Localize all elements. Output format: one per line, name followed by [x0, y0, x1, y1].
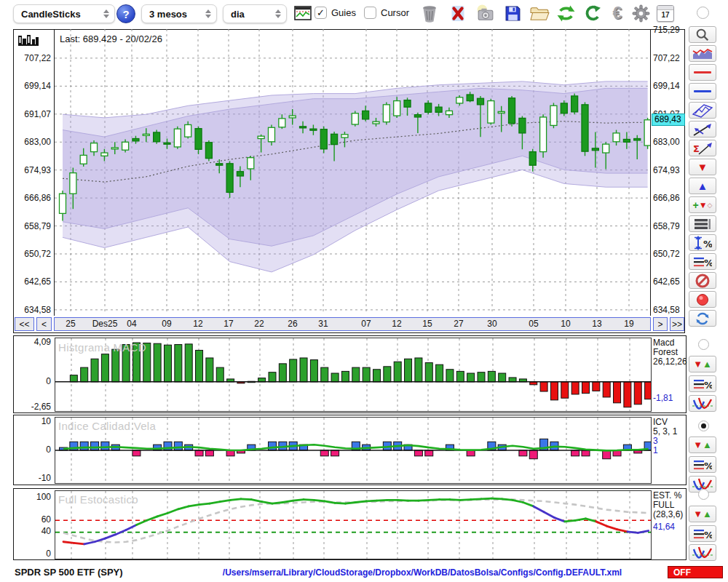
window-radio-button[interactable] [697, 7, 709, 19]
main-candlestick-plot[interactable] [55, 29, 650, 314]
guies-checkbox-row: ✓ Guies [314, 7, 356, 19]
settings-gear-icon[interactable] [629, 2, 652, 24]
macd-info-line: 26,12,26 [653, 357, 687, 367]
stoch-curve-button[interactable] [689, 544, 716, 561]
cursor-checkbox[interactable] [364, 7, 376, 19]
scroll-back-button[interactable]: < [36, 317, 52, 331]
date-tick-label: 17 [213, 319, 245, 329]
mini-chart-window-icon[interactable] [291, 2, 314, 24]
off-toggle[interactable]: OFF [668, 566, 723, 578]
last-price-label: Last: 689.429 - 20/02/26 [60, 33, 162, 44]
chart-type-select[interactable]: CandleSticks [13, 4, 115, 23]
lines-percent-tool-button[interactable]: % [689, 253, 716, 270]
axis-tick-label: 699,14 [15, 81, 51, 91]
axis-tick-label: 707,22 [15, 53, 51, 63]
icv-watermark: Indice Calidad Vela [58, 420, 156, 432]
scroll-fast-fwd-button[interactable]: >> [670, 317, 684, 331]
axis-tick-label: 642,65 [15, 276, 51, 287]
axis-tick-label: 634,58 [15, 305, 51, 315]
icv-info-column: ICV 5, 3, 1 3 1 [653, 418, 687, 455]
icv-signal-arrows-button[interactable]: ▼ ▲ [689, 436, 716, 453]
blue-hline-tool-button[interactable] [689, 83, 716, 100]
swap-tool-button[interactable] [689, 310, 716, 327]
config-path-label: /Users/mserra/Library/CloudStorage/Dropb… [182, 567, 662, 578]
red-down-arrow-icon: ▼ [693, 439, 703, 450]
euro-icon[interactable]: € [606, 2, 629, 24]
help-label: ? [122, 8, 129, 20]
icv-panel-radio[interactable] [698, 420, 709, 431]
macd-watermark: Histgrama MACD [58, 341, 146, 354]
date-tick-label: 27 [443, 319, 475, 329]
axis-tick-label: 650,72 [653, 249, 689, 259]
icv-lines-percent-button[interactable]: % [689, 456, 716, 473]
red-down-arrow-icon: ▼ [697, 161, 708, 173]
save-icon[interactable] [501, 2, 524, 24]
axis-tick-label: 100 [15, 492, 51, 502]
guies-checkbox[interactable]: ✓ [314, 7, 327, 19]
date-tick-label: 25 [55, 319, 87, 329]
indicator-chart-button[interactable] [689, 45, 716, 62]
period-select[interactable]: 3 mesos [141, 4, 217, 23]
cursor-checkbox-row: Cursor [364, 7, 409, 19]
date-tick-label: 31 [307, 319, 339, 329]
radio-dot [701, 423, 706, 428]
stoch-lines-percent-button[interactable]: % [689, 525, 716, 542]
axis-tick-label: 634,58 [653, 305, 689, 315]
red-down-arrow-icon: ▼ [693, 509, 703, 519]
macd-lines-percent-button[interactable]: % [689, 375, 716, 392]
vertical-percent-tool-button[interactable]: % [689, 234, 716, 251]
scroll-fast-back-button[interactable]: << [15, 317, 34, 331]
open-folder-icon[interactable] [528, 2, 551, 24]
macd-curve-button[interactable] [689, 395, 716, 412]
sell-arrow-tool-button[interactable]: ▼ [689, 159, 716, 175]
date-tick-label: 13 [581, 319, 613, 329]
calendar-icon[interactable]: 17 [654, 2, 677, 24]
trash-icon[interactable] [418, 2, 441, 24]
undo-icon[interactable] [580, 2, 604, 24]
trendline-tool-button[interactable] [689, 121, 716, 137]
buy-arrow-tool-button[interactable]: ▲ [689, 178, 716, 194]
add-signal-tool-button[interactable]: + ▼ ◇ [689, 196, 716, 213]
diamond-icon: ◇ [708, 202, 713, 209]
rows-tool-button[interactable] [689, 215, 716, 232]
date-tick-label: 05 [518, 319, 550, 329]
sigma-trendline-tool-button[interactable]: Σ [689, 140, 716, 156]
macd-panel-radio[interactable] [698, 339, 709, 350]
axis-tick-label: 10 [15, 416, 51, 426]
help-button[interactable]: ? [116, 4, 135, 23]
date-tick-label: 22 [243, 319, 275, 329]
macd-signal-arrows-button[interactable]: ▼ ▲ [689, 356, 716, 372]
date-tick-label: 10 [550, 319, 582, 329]
record-tool-button[interactable] [689, 291, 716, 308]
cursor-label: Cursor [381, 7, 409, 18]
stoch-panel-radio[interactable] [698, 489, 709, 500]
scroll-fwd-button[interactable]: > [653, 317, 668, 331]
date-tick-label: 30 [476, 319, 508, 329]
svg-text:%: % [704, 461, 712, 471]
forbidden-tool-button[interactable] [689, 272, 716, 289]
green-up-arrow-icon: ▲ [703, 439, 712, 450]
channel-tool-button[interactable] [689, 102, 716, 119]
date-tick-label: 12 [381, 319, 413, 329]
stoch-info-column: EST. % FULL (28,3,6) [653, 491, 687, 519]
interval-select[interactable]: dia [223, 4, 287, 23]
stoch-current-value: 41,64 [653, 522, 687, 532]
refresh-icon[interactable] [554, 2, 577, 24]
stoch-signal-arrows-button[interactable]: ▼ ▲ [689, 506, 716, 522]
red-hline-tool-button[interactable] [689, 64, 716, 81]
euro-symbol: € [613, 4, 622, 23]
axis-tick-label: 699,14 [653, 81, 689, 91]
volume-toggle-icon[interactable] [17, 33, 39, 47]
svg-text:%: % [704, 380, 712, 391]
zoom-tool-button[interactable] [689, 26, 716, 43]
axis-tick-label: 691,07 [15, 109, 51, 119]
date-tick-label: 26 [277, 319, 309, 329]
green-up-arrow-icon: ▲ [703, 359, 712, 370]
axis-tick-label: 642,65 [653, 276, 689, 287]
blue-line-icon [694, 90, 711, 92]
interval-value: dia [231, 9, 245, 20]
snapshot-camera-icon[interactable] [473, 2, 496, 24]
chevron-updown-icon [269, 9, 281, 18]
delete-icon[interactable] [446, 2, 470, 24]
calendar-day-label: 17 [657, 10, 673, 20]
